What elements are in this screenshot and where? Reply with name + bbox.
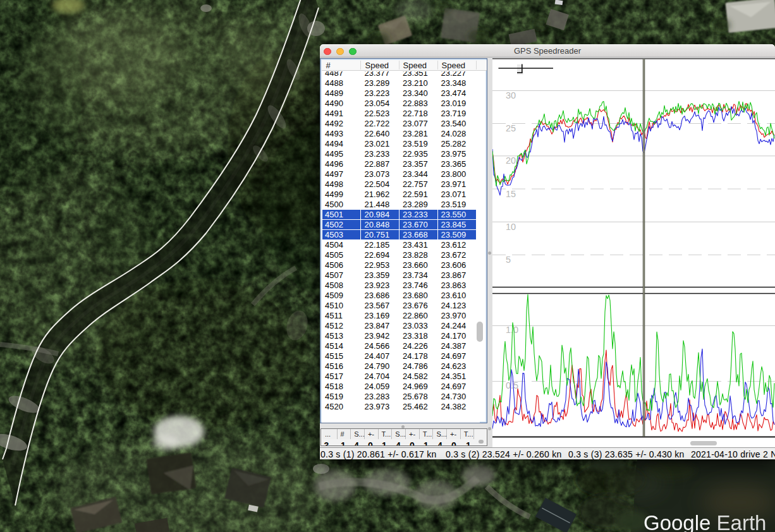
svg-text:0.5: 0.5 [506,380,518,390]
svg-text:10: 10 [506,222,516,232]
svg-text:15: 15 [506,189,516,199]
svg-text:Google Earth: Google Earth [644,511,766,532]
svg-text:5: 5 [506,255,511,265]
svg-text:30: 30 [506,90,516,100]
svg-text:25: 25 [506,123,516,133]
svg-text:20: 20 [506,155,516,166]
